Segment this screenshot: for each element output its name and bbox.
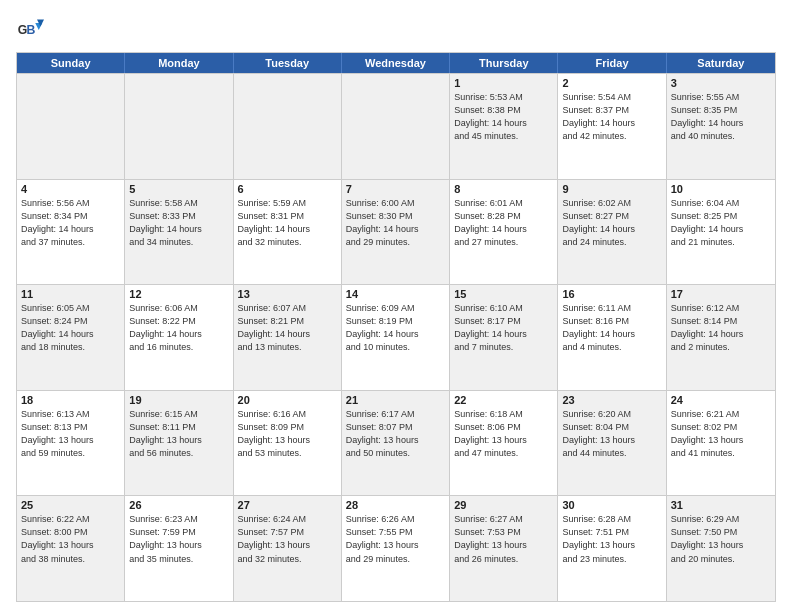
calendar-day-18: 18Sunrise: 6:13 AM Sunset: 8:13 PM Dayli… [17,391,125,496]
header-day-saturday: Saturday [667,53,775,73]
day-number: 15 [454,288,553,300]
calendar-day-30: 30Sunrise: 6:28 AM Sunset: 7:51 PM Dayli… [558,496,666,601]
svg-text:B: B [27,23,36,37]
day-info: Sunrise: 6:02 AM Sunset: 8:27 PM Dayligh… [562,197,661,249]
calendar-row-1: 1Sunrise: 5:53 AM Sunset: 8:38 PM Daylig… [17,73,775,179]
day-info: Sunrise: 6:27 AM Sunset: 7:53 PM Dayligh… [454,513,553,565]
day-info: Sunrise: 5:55 AM Sunset: 8:35 PM Dayligh… [671,91,771,143]
day-info: Sunrise: 6:28 AM Sunset: 7:51 PM Dayligh… [562,513,661,565]
day-number: 23 [562,394,661,406]
calendar-day-24: 24Sunrise: 6:21 AM Sunset: 8:02 PM Dayli… [667,391,775,496]
calendar-day-7: 7Sunrise: 6:00 AM Sunset: 8:30 PM Daylig… [342,180,450,285]
day-info: Sunrise: 6:01 AM Sunset: 8:28 PM Dayligh… [454,197,553,249]
day-info: Sunrise: 6:13 AM Sunset: 8:13 PM Dayligh… [21,408,120,460]
day-number: 7 [346,183,445,195]
calendar-day-1: 1Sunrise: 5:53 AM Sunset: 8:38 PM Daylig… [450,74,558,179]
calendar-day-6: 6Sunrise: 5:59 AM Sunset: 8:31 PM Daylig… [234,180,342,285]
header-day-wednesday: Wednesday [342,53,450,73]
day-number: 22 [454,394,553,406]
calendar-day-3: 3Sunrise: 5:55 AM Sunset: 8:35 PM Daylig… [667,74,775,179]
day-number: 5 [129,183,228,195]
day-info: Sunrise: 5:53 AM Sunset: 8:38 PM Dayligh… [454,91,553,143]
day-info: Sunrise: 6:04 AM Sunset: 8:25 PM Dayligh… [671,197,771,249]
day-info: Sunrise: 6:21 AM Sunset: 8:02 PM Dayligh… [671,408,771,460]
day-info: Sunrise: 6:18 AM Sunset: 8:06 PM Dayligh… [454,408,553,460]
calendar-day-4: 4Sunrise: 5:56 AM Sunset: 8:34 PM Daylig… [17,180,125,285]
calendar-row-2: 4Sunrise: 5:56 AM Sunset: 8:34 PM Daylig… [17,179,775,285]
calendar-day-14: 14Sunrise: 6:09 AM Sunset: 8:19 PM Dayli… [342,285,450,390]
day-number: 31 [671,499,771,511]
header-day-sunday: Sunday [17,53,125,73]
day-info: Sunrise: 5:58 AM Sunset: 8:33 PM Dayligh… [129,197,228,249]
day-number: 19 [129,394,228,406]
calendar-empty-cell [125,74,233,179]
day-number: 16 [562,288,661,300]
day-info: Sunrise: 6:06 AM Sunset: 8:22 PM Dayligh… [129,302,228,354]
day-number: 28 [346,499,445,511]
calendar-header: SundayMondayTuesdayWednesdayThursdayFrid… [17,53,775,73]
day-info: Sunrise: 6:24 AM Sunset: 7:57 PM Dayligh… [238,513,337,565]
calendar-day-8: 8Sunrise: 6:01 AM Sunset: 8:28 PM Daylig… [450,180,558,285]
day-info: Sunrise: 6:09 AM Sunset: 8:19 PM Dayligh… [346,302,445,354]
day-number: 30 [562,499,661,511]
calendar-day-20: 20Sunrise: 6:16 AM Sunset: 8:09 PM Dayli… [234,391,342,496]
calendar-day-9: 9Sunrise: 6:02 AM Sunset: 8:27 PM Daylig… [558,180,666,285]
calendar-day-17: 17Sunrise: 6:12 AM Sunset: 8:14 PM Dayli… [667,285,775,390]
header-day-friday: Friday [558,53,666,73]
day-info: Sunrise: 5:54 AM Sunset: 8:37 PM Dayligh… [562,91,661,143]
day-info: Sunrise: 6:00 AM Sunset: 8:30 PM Dayligh… [346,197,445,249]
day-info: Sunrise: 6:10 AM Sunset: 8:17 PM Dayligh… [454,302,553,354]
calendar-day-31: 31Sunrise: 6:29 AM Sunset: 7:50 PM Dayli… [667,496,775,601]
calendar-day-5: 5Sunrise: 5:58 AM Sunset: 8:33 PM Daylig… [125,180,233,285]
day-info: Sunrise: 6:20 AM Sunset: 8:04 PM Dayligh… [562,408,661,460]
day-number: 2 [562,77,661,89]
calendar-day-19: 19Sunrise: 6:15 AM Sunset: 8:11 PM Dayli… [125,391,233,496]
calendar-day-25: 25Sunrise: 6:22 AM Sunset: 8:00 PM Dayli… [17,496,125,601]
day-info: Sunrise: 6:15 AM Sunset: 8:11 PM Dayligh… [129,408,228,460]
calendar-day-2: 2Sunrise: 5:54 AM Sunset: 8:37 PM Daylig… [558,74,666,179]
day-info: Sunrise: 6:17 AM Sunset: 8:07 PM Dayligh… [346,408,445,460]
day-number: 13 [238,288,337,300]
day-number: 14 [346,288,445,300]
day-number: 17 [671,288,771,300]
header-day-monday: Monday [125,53,233,73]
calendar-day-13: 13Sunrise: 6:07 AM Sunset: 8:21 PM Dayli… [234,285,342,390]
calendar-row-4: 18Sunrise: 6:13 AM Sunset: 8:13 PM Dayli… [17,390,775,496]
day-number: 24 [671,394,771,406]
day-number: 6 [238,183,337,195]
day-number: 25 [21,499,120,511]
day-info: Sunrise: 6:26 AM Sunset: 7:55 PM Dayligh… [346,513,445,565]
calendar-row-5: 25Sunrise: 6:22 AM Sunset: 8:00 PM Dayli… [17,495,775,601]
page-header: G B [16,16,776,44]
calendar-day-11: 11Sunrise: 6:05 AM Sunset: 8:24 PM Dayli… [17,285,125,390]
day-number: 8 [454,183,553,195]
calendar-empty-cell [342,74,450,179]
day-info: Sunrise: 5:56 AM Sunset: 8:34 PM Dayligh… [21,197,120,249]
calendar-empty-cell [17,74,125,179]
day-number: 29 [454,499,553,511]
day-info: Sunrise: 6:22 AM Sunset: 8:00 PM Dayligh… [21,513,120,565]
day-number: 10 [671,183,771,195]
day-number: 4 [21,183,120,195]
day-info: Sunrise: 6:12 AM Sunset: 8:14 PM Dayligh… [671,302,771,354]
calendar-empty-cell [234,74,342,179]
day-info: Sunrise: 6:07 AM Sunset: 8:21 PM Dayligh… [238,302,337,354]
day-info: Sunrise: 6:23 AM Sunset: 7:59 PM Dayligh… [129,513,228,565]
day-number: 21 [346,394,445,406]
day-number: 3 [671,77,771,89]
logo-icon: G B [16,16,44,44]
calendar-body: 1Sunrise: 5:53 AM Sunset: 8:38 PM Daylig… [17,73,775,601]
day-info: Sunrise: 6:16 AM Sunset: 8:09 PM Dayligh… [238,408,337,460]
day-number: 20 [238,394,337,406]
day-number: 26 [129,499,228,511]
header-day-thursday: Thursday [450,53,558,73]
logo: G B [16,16,48,44]
calendar-day-16: 16Sunrise: 6:11 AM Sunset: 8:16 PM Dayli… [558,285,666,390]
calendar-day-26: 26Sunrise: 6:23 AM Sunset: 7:59 PM Dayli… [125,496,233,601]
calendar-day-29: 29Sunrise: 6:27 AM Sunset: 7:53 PM Dayli… [450,496,558,601]
calendar-day-21: 21Sunrise: 6:17 AM Sunset: 8:07 PM Dayli… [342,391,450,496]
day-info: Sunrise: 5:59 AM Sunset: 8:31 PM Dayligh… [238,197,337,249]
day-number: 1 [454,77,553,89]
calendar-day-27: 27Sunrise: 6:24 AM Sunset: 7:57 PM Dayli… [234,496,342,601]
day-info: Sunrise: 6:05 AM Sunset: 8:24 PM Dayligh… [21,302,120,354]
